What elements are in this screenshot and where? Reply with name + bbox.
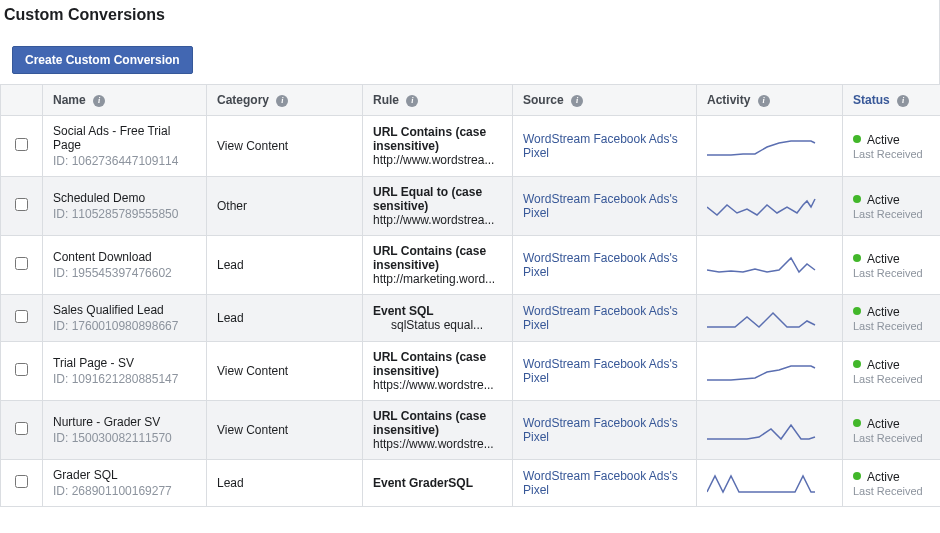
status-subtext: Last Received <box>853 320 930 332</box>
rule-main: Event GraderSQL <box>373 476 502 490</box>
rule-cell: Event SQLsqlStatus equal... <box>363 295 513 342</box>
column-activity[interactable]: Activity i <box>697 85 843 116</box>
column-source-label: Source <box>523 93 564 107</box>
source-cell: WordStream Facebook Ads's Pixel <box>513 236 697 295</box>
activity-cell <box>697 116 843 177</box>
activity-cell <box>697 342 843 401</box>
info-icon[interactable]: i <box>897 95 909 107</box>
table-row[interactable]: Nurture - Grader SVID: 150030082111570Vi… <box>1 401 941 460</box>
row-checkbox[interactable] <box>15 363 28 376</box>
status-dot-icon <box>853 472 861 480</box>
status-cell: ActiveLast Received <box>843 295 941 342</box>
conversion-name: Scheduled Demo <box>53 191 196 205</box>
rule-sub: https://www.wordstre... <box>373 378 502 392</box>
row-checkbox[interactable] <box>15 422 28 435</box>
conversion-id: ID: 268901100169277 <box>53 484 196 498</box>
rule-cell: URL Contains (case insensitive)https://w… <box>363 401 513 460</box>
conversion-id: ID: 150030082111570 <box>53 431 196 445</box>
checkbox-cell <box>1 236 43 295</box>
status-text: Active <box>867 416 900 430</box>
checkbox-cell <box>1 460 43 507</box>
source-link[interactable]: WordStream Facebook Ads's Pixel <box>523 304 678 332</box>
column-check <box>1 85 43 116</box>
rule-sub: http://marketing.word... <box>373 272 502 286</box>
info-icon[interactable]: i <box>571 95 583 107</box>
activity-cell <box>697 401 843 460</box>
table-row[interactable]: Grader SQLID: 268901100169277LeadEvent G… <box>1 460 941 507</box>
activity-sparkline <box>707 470 817 496</box>
conversion-name: Grader SQL <box>53 468 196 482</box>
source-link[interactable]: WordStream Facebook Ads's Pixel <box>523 192 678 220</box>
activity-sparkline <box>707 305 817 331</box>
info-icon[interactable]: i <box>276 95 288 107</box>
toolbar: Create Custom Conversion <box>0 36 939 84</box>
category-cell: View Content <box>207 116 363 177</box>
row-checkbox[interactable] <box>15 198 28 211</box>
checkbox-cell <box>1 295 43 342</box>
status-subtext: Last Received <box>853 432 930 444</box>
conversion-id: ID: 1091621280885147 <box>53 372 196 386</box>
table-row[interactable]: Trial Page - SVID: 1091621280885147View … <box>1 342 941 401</box>
table-row[interactable]: Scheduled DemoID: 1105285789555850OtherU… <box>1 177 941 236</box>
info-icon[interactable]: i <box>758 95 770 107</box>
conversion-name: Sales Qualified Lead <box>53 303 196 317</box>
status-text: Active <box>867 304 900 318</box>
status-text: Active <box>867 251 900 265</box>
source-link[interactable]: WordStream Facebook Ads's Pixel <box>523 132 678 160</box>
source-link[interactable]: WordStream Facebook Ads's Pixel <box>523 251 678 279</box>
table-row[interactable]: Social Ads - Free Trial PageID: 10627364… <box>1 116 941 177</box>
source-link[interactable]: WordStream Facebook Ads's Pixel <box>523 357 678 385</box>
status-dot-icon <box>853 195 861 203</box>
row-checkbox[interactable] <box>15 310 28 323</box>
rule-main: URL Contains (case insensitive) <box>373 125 502 153</box>
status-subtext: Last Received <box>853 148 930 160</box>
column-category-label: Category <box>217 93 269 107</box>
row-checkbox[interactable] <box>15 138 28 151</box>
name-cell: Grader SQLID: 268901100169277 <box>43 460 207 507</box>
category-cell: View Content <box>207 401 363 460</box>
status-text: Active <box>867 357 900 371</box>
rule-main: Event SQL <box>373 304 502 318</box>
row-checkbox[interactable] <box>15 475 28 488</box>
table-row[interactable]: Content DownloadID: 195545397476602LeadU… <box>1 236 941 295</box>
activity-sparkline <box>707 417 817 443</box>
rule-cell: URL Contains (case insensitive)https://w… <box>363 342 513 401</box>
name-cell: Scheduled DemoID: 1105285789555850 <box>43 177 207 236</box>
category-cell: Lead <box>207 236 363 295</box>
source-cell: WordStream Facebook Ads's Pixel <box>513 116 697 177</box>
status-subtext: Last Received <box>853 267 930 279</box>
status-subtext: Last Received <box>853 208 930 220</box>
source-link[interactable]: WordStream Facebook Ads's Pixel <box>523 416 678 444</box>
status-cell: ActiveLast Received <box>843 401 941 460</box>
column-status[interactable]: Status i <box>843 85 941 116</box>
status-text: Active <box>867 132 900 146</box>
activity-sparkline <box>707 252 817 278</box>
column-source[interactable]: Source i <box>513 85 697 116</box>
category-cell: View Content <box>207 342 363 401</box>
column-category[interactable]: Category i <box>207 85 363 116</box>
status-cell: ActiveLast Received <box>843 342 941 401</box>
conversion-id: ID: 1760010980898667 <box>53 319 196 333</box>
rule-main: URL Equal to (case sensitive) <box>373 185 502 213</box>
create-custom-conversion-button[interactable]: Create Custom Conversion <box>12 46 193 74</box>
column-rule[interactable]: Rule i <box>363 85 513 116</box>
info-icon[interactable]: i <box>93 95 105 107</box>
row-checkbox[interactable] <box>15 257 28 270</box>
column-status-label: Status <box>853 93 890 107</box>
info-icon[interactable]: i <box>406 95 418 107</box>
status-dot-icon <box>853 135 861 143</box>
conversion-name: Content Download <box>53 250 196 264</box>
name-cell: Content DownloadID: 195545397476602 <box>43 236 207 295</box>
source-cell: WordStream Facebook Ads's Pixel <box>513 295 697 342</box>
name-cell: Social Ads - Free Trial PageID: 10627364… <box>43 116 207 177</box>
column-name[interactable]: Name i <box>43 85 207 116</box>
rule-main: URL Contains (case insensitive) <box>373 244 502 272</box>
rule-sub: http://www.wordstrea... <box>373 153 502 167</box>
source-link[interactable]: WordStream Facebook Ads's Pixel <box>523 469 678 497</box>
column-name-label: Name <box>53 93 86 107</box>
activity-cell <box>697 236 843 295</box>
table-row[interactable]: Sales Qualified LeadID: 1760010980898667… <box>1 295 941 342</box>
activity-cell <box>697 460 843 507</box>
rule-cell: URL Contains (case insensitive)http://ww… <box>363 116 513 177</box>
activity-sparkline <box>707 193 817 219</box>
